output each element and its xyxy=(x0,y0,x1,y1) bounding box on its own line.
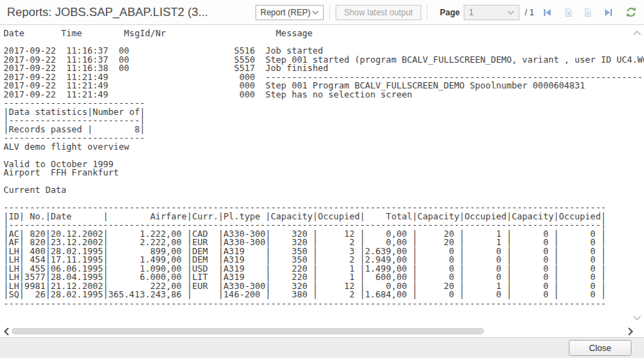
vertical-scrollbar[interactable] xyxy=(630,28,644,323)
scroll-down-icon[interactable] xyxy=(632,315,642,322)
refresh-icon xyxy=(625,6,637,18)
previous-page-icon xyxy=(563,7,574,18)
toolbar-divider xyxy=(427,5,427,20)
first-page-button[interactable] xyxy=(540,5,555,20)
horizontal-scrollbar[interactable] xyxy=(0,326,644,337)
page-label: Page xyxy=(440,8,460,17)
show-latest-output-button[interactable]: Show latest output xyxy=(336,5,421,20)
scroll-up-icon[interactable] xyxy=(632,29,642,36)
close-button[interactable]: Close xyxy=(569,340,631,356)
chevron-down-icon xyxy=(508,10,515,15)
first-page-icon xyxy=(542,7,553,18)
report-log-text: Date Time MsgId/Nr Message 2017-09-22 11… xyxy=(0,26,644,308)
refresh-button[interactable] xyxy=(624,5,639,20)
page-select-value: 1 xyxy=(469,8,473,17)
previous-page-button[interactable] xyxy=(560,5,576,20)
next-page-button[interactable] xyxy=(581,5,596,20)
page-select[interactable]: 1 xyxy=(464,5,519,20)
report-output-area[interactable]: Date Time MsgId/Nr Message 2017-09-22 11… xyxy=(0,26,644,326)
report-viewer-window: Reports: JOBS.SAP_ABAP.LIST2 (3... Repor… xyxy=(0,0,644,358)
chevron-down-icon xyxy=(312,10,319,15)
scroll-right-icon[interactable] xyxy=(627,327,634,336)
page-title: Reports: JOBS.SAP_ABAP.LIST2 (3... xyxy=(7,6,253,20)
last-page-icon xyxy=(603,7,614,18)
toolbar: Reports: JOBS.SAP_ABAP.LIST2 (3... Repor… xyxy=(0,0,644,25)
scroll-left-icon[interactable] xyxy=(3,327,10,336)
report-type-select-value: Report (REP) xyxy=(260,8,311,17)
last-page-button[interactable] xyxy=(601,5,616,20)
page-count: / 1 xyxy=(525,8,534,17)
report-type-select[interactable]: Report (REP) xyxy=(256,5,324,20)
toolbar-divider xyxy=(329,5,330,20)
next-page-icon xyxy=(583,7,594,18)
horizontal-scroll-thumb[interactable] xyxy=(12,328,484,334)
footer-bar: Close xyxy=(0,337,644,358)
